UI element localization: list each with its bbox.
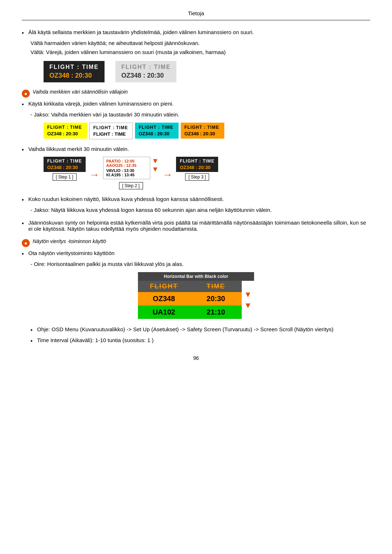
tip-text-1: Vaihda merkkien väri säännöllisin väliaj… (33, 89, 128, 95)
valiste-bullet-1: • Ohje: OSD Menu (Kuvaruutuvalikko) -> S… (30, 326, 370, 333)
bullet-dot-6: • (22, 251, 28, 257)
scroll-data-row-2: UA102 21:10 (138, 305, 242, 319)
step-1-title: FLIGHT : TIME (47, 159, 82, 164)
valiste-bullet-text-2: Time Interval (Aikaväli): 1-10 tuntia (s… (37, 337, 370, 343)
bullet-dot-2: • (22, 101, 28, 108)
scroll-title-left: FLIGHT (138, 281, 190, 292)
flight-box-dark-title: FLIGHT : TIME (49, 64, 99, 70)
bullet-item-1: • Älä käytä sellaista merkkien ja tausta… (22, 29, 370, 36)
cycle-box-2-title: FLIGHT : TIME (93, 125, 129, 130)
sub-text-4: - Jakso: Näytä liikkuva kuva yhdessä log… (30, 207, 370, 213)
cycle-box-1-title: FLIGHT : TIME (47, 125, 83, 130)
step-2-box: PAATIO : 12:00 AAOO25 : 12:35 VAVLIO : 1… (103, 157, 150, 179)
flight-boxes-row: FLIGHT : TIME OZ348 : 20:30 FLIGHT : TIM… (44, 61, 370, 82)
sub-text-1a: Vältä harmaiden värien käyttöä; ne aiheu… (30, 40, 370, 46)
step-1-item: FLIGHT : TIME OZ348 : 20:30 [ Step 1 ] (44, 157, 86, 181)
cycle-box-4: FLIGHT : TIME OZ348 : 20:30 (181, 123, 224, 139)
bullet-dot-3: • (22, 147, 28, 153)
step-3-data: OZ348 : 20:30 (180, 165, 215, 170)
step-arrow-2: → (162, 169, 172, 181)
scroll-data-1-right: 20:30 (190, 292, 242, 305)
step-2-arrows: ▼ ▼ (152, 157, 159, 173)
bullet-text-4: Koko ruudun kokoinen näyttö, liikkuva ku… (28, 196, 370, 202)
step-2-line4: KI A195 : 13:45 (106, 173, 147, 177)
step-2-line2: AAOO25 : 12:35 (106, 163, 147, 168)
cycle-box-4-title: FLIGHT : TIME (184, 125, 221, 130)
scroll-data-2-right: 21:10 (190, 305, 242, 319)
step-3-title: FLIGHT : TIME (180, 159, 215, 164)
cycle-box-3-title: FLIGHT : TIME (139, 125, 175, 130)
step-arrow-1: → (89, 169, 99, 181)
section-burnin-prevent: • Jäännöskuvan synty on helpointa estää … (22, 219, 370, 232)
flight-box-light: FLIGHT : TIME OZ348 : 20:30 (115, 61, 176, 82)
bullet-text-2: Käytä kirkkaita värejä, joiden välinen l… (28, 100, 370, 107)
step-2-item: PAATIO : 12:00 AAOO25 : 12:35 VAVLIO : 1… (103, 157, 159, 189)
section-moving-chars: • Vaihda liikkuvat merkit 30 minuutin vä… (22, 146, 370, 189)
bullet-item-5: • Jäännöskuvan synty on helpointa estää … (22, 219, 370, 232)
scroll-example-wrapper: Horizontal Bar with Black color FLIGHT T… (22, 272, 370, 319)
section-fullscreen: • Koko ruudun kokoinen näyttö, liikkuva … (22, 196, 370, 213)
section-scroll: • Ota näytön vieritystoiminto käyttöön -… (22, 250, 370, 319)
bullet-item-4: • Koko ruudun kokoinen näyttö, liikkuva … (22, 196, 370, 203)
flight-box-light-data: OZ348 : 20:30 (121, 72, 171, 79)
bullet-text-5: Jäännöskuvan synty on helpointa estää ky… (28, 219, 370, 232)
tip-row-2: ● Näytön vieritys -toiminnon käyttö (22, 238, 370, 247)
scroll-title-right: TIME (190, 281, 242, 292)
down-arrow-1: ▼ (152, 157, 159, 165)
bullet-text-3: Vaihda liikkuvat merkit 30 minuutin väle… (28, 146, 370, 152)
bullet-item-3: • Vaihda liikkuvat merkit 30 minuutin vä… (22, 146, 370, 153)
page-header: Tietoja (22, 7, 370, 20)
valiste-bullet-dot-1: • (30, 327, 37, 333)
bullet-dot-4: • (22, 197, 28, 203)
cycle-box-1-data: OZ348 : 20:30 (47, 131, 83, 136)
tip-icon-2: ● (22, 239, 30, 247)
scroll-title-row: FLIGHT TIME (138, 281, 242, 292)
bullet-text-6: Ota näytön vieritystoiminto käyttöön (28, 250, 370, 256)
step-2-label: [ Step 2 ] (119, 182, 143, 189)
section-burn-in: • Älä käytä sellaista merkkien ja tausta… (22, 29, 370, 82)
scroll-table: FLIGHT TIME OZ348 20:30 UA102 21:10 (138, 281, 242, 319)
section-valiste: • Ohje: OSD Menu (Kuvaruutuvalikko) -> S… (22, 326, 370, 344)
flight-box-light-title: FLIGHT : TIME (121, 64, 171, 70)
scroll-data-2-left: UA102 (138, 305, 190, 319)
scroll-down-arrows: ▼ ▼ (242, 281, 254, 319)
step-1-label: [ Step 1 ] (53, 173, 77, 181)
scroll-example: Horizontal Bar with Black color FLIGHT T… (138, 272, 254, 319)
step-2-line3: VAVLIO : 13:30 (106, 168, 147, 173)
flight-box-dark-data: OZ348 : 20:30 (49, 72, 99, 79)
valiste-bullet-2: • Time Interval (Aikaväli): 1-10 tuntia … (30, 337, 370, 344)
cycle-box-4-data: OZ348 : 20:30 (184, 131, 221, 136)
cycle-box-3: FLIGHT : TIME OZ348 : 20:30 (135, 123, 179, 139)
section-bright-colors: • Käytä kirkkaita värejä, joiden välinen… (22, 100, 370, 139)
step-2-line1: PAATIO : 12:00 (106, 159, 147, 163)
bullet-dot-5: • (22, 220, 28, 227)
page-title: Tietoja (188, 10, 204, 16)
tip-row-1: ● Vaihda merkkien väri säännöllisin väli… (22, 89, 370, 98)
scroll-header: Horizontal Bar with Black color (138, 272, 254, 281)
cycle-box-2: FLIGHT : TIME FLIGHT : TIME (89, 123, 133, 139)
scroll-data-row-1: OZ348 20:30 (138, 292, 242, 305)
step-2-content: PAATIO : 12:00 AAOO25 : 12:35 VAVLIO : 1… (103, 157, 159, 179)
steps-row: FLIGHT : TIME OZ348 : 20:30 [ Step 1 ] →… (44, 157, 370, 189)
scroll-data-1-left: OZ348 (138, 292, 190, 305)
tip-text-2: Näytön vieritys -toiminnon käyttö (33, 238, 106, 244)
step-3-label: [ Step 3 ] (185, 173, 209, 181)
bullet-item-2: • Käytä kirkkaita värejä, joiden välinen… (22, 100, 370, 108)
sub-text-6: - Oire: Horisontaalinen palkki ja musta … (30, 261, 370, 267)
step-1-box: FLIGHT : TIME OZ348 : 20:30 (44, 157, 86, 172)
scroll-main: FLIGHT TIME OZ348 20:30 UA102 21:10 (138, 281, 254, 319)
scroll-down-arrow-2: ▼ (244, 301, 252, 310)
cycle-box-1: FLIGHT : TIME OZ348 : 20:30 (44, 123, 87, 139)
sub-text-1b: Vältä: Värejä, joiden välinen luminanssi… (30, 49, 370, 55)
tip-icon-1: ● (22, 90, 30, 98)
scroll-down-arrow-1: ▼ (244, 290, 252, 299)
step-3-item: FLIGHT : TIME OZ348 : 20:30 [ Step 3 ] (176, 157, 218, 181)
valiste-bullet-dot-2: • (30, 338, 37, 344)
bullet-item-6: • Ota näytön vieritystoiminto käyttöön (22, 250, 370, 257)
color-cycle-row: FLIGHT : TIME OZ348 : 20:30 FLIGHT : TIM… (44, 123, 370, 139)
bullet-dot-1: • (22, 30, 28, 36)
step-3-box: FLIGHT : TIME OZ348 : 20:30 (176, 157, 218, 172)
bullet-text-1: Älä käytä sellaista merkkien ja taustavä… (28, 29, 370, 35)
sub-text-2: - Jakso: Vaihda merkkien väri ja taustav… (30, 111, 370, 118)
page-number: 96 (22, 355, 370, 361)
